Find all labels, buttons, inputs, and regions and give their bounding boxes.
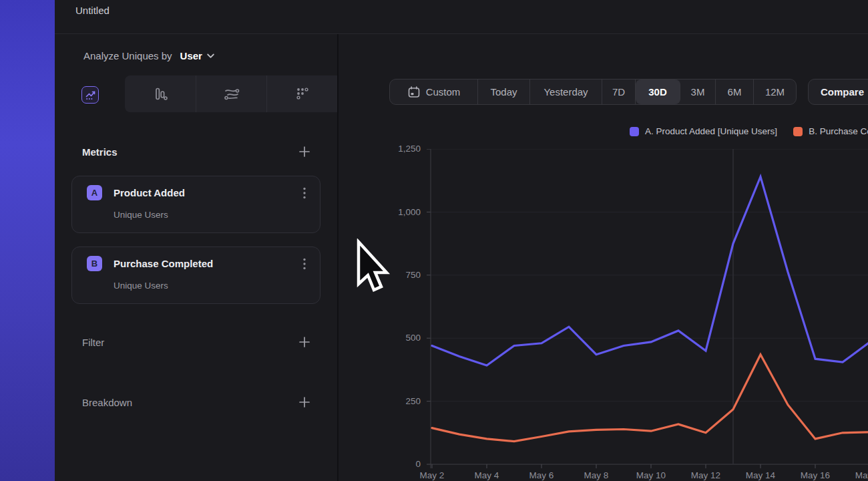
report-title[interactable]: Untitled: [75, 5, 110, 16]
range-today[interactable]: Today: [478, 79, 530, 104]
plus-icon: [298, 336, 310, 348]
tab-line-insights-selected[interactable]: [81, 86, 99, 104]
legend-swatch-orange: [793, 127, 803, 136]
add-breakdown-button[interactable]: [298, 395, 311, 409]
range-12m[interactable]: 12M: [754, 79, 796, 104]
x-tick-label: May 12: [678, 470, 733, 480]
flows-icon: [223, 87, 240, 102]
chevron-down-icon: [207, 53, 214, 59]
y-tick-label: 500: [366, 333, 421, 343]
panel-divider: [337, 34, 339, 481]
x-tick-label: May 18: [843, 470, 868, 480]
metrics-title: Metrics: [82, 146, 118, 158]
plus-icon: [298, 146, 310, 158]
bar-chart-icon: [152, 86, 168, 102]
kebab-icon: [303, 187, 306, 199]
range-30d[interactable]: 30D: [636, 79, 680, 104]
x-tick-label: May 8: [569, 470, 624, 480]
y-tick-label: 0: [366, 459, 421, 469]
range-3m[interactable]: 3M: [680, 79, 716, 104]
range-6m[interactable]: 6M: [716, 79, 754, 104]
analyze-uniques-row[interactable]: Analyze Uniques by User: [83, 50, 214, 61]
range-7d[interactable]: 7D: [602, 79, 636, 104]
metric-badge-a: A: [87, 185, 102, 200]
metric-menu-button[interactable]: [298, 257, 310, 271]
compare-button[interactable]: Compare: [808, 79, 868, 105]
x-tick-label: May 4: [459, 470, 514, 480]
metric-name[interactable]: Purchase Completed: [114, 258, 298, 269]
metrics-header: Metrics: [82, 145, 311, 158]
filter-section: Filter: [82, 335, 311, 349]
tab-retention[interactable]: [267, 75, 338, 112]
metric-card-a[interactable]: A Product Added Unique Users: [71, 176, 320, 233]
range-custom[interactable]: Custom: [390, 79, 478, 104]
legend-item-a[interactable]: A. Product Added [Unique Users]: [630, 126, 777, 136]
top-bar: Untitled: [55, 0, 868, 34]
chart-legend: A. Product Added [Unique Users] B. Purch…: [630, 126, 868, 136]
metric-measurement[interactable]: Unique Users: [114, 281, 168, 291]
background-gradient: [0, 0, 55, 481]
breakdown-title: Breakdown: [82, 397, 132, 408]
legend-swatch-purple: [630, 127, 639, 136]
legend-item-b[interactable]: B. Purchase Completed [Unique Users]: [793, 126, 868, 136]
date-range-picker: Custom Today Yesterday 7D 30D 3M 6M 12M: [389, 79, 797, 105]
metric-measurement[interactable]: Unique Users: [114, 210, 168, 220]
filter-title: Filter: [82, 337, 104, 348]
chart-canvas[interactable]: [425, 149, 868, 471]
tab-flows[interactable]: [196, 75, 268, 112]
x-tick-label: May 16: [788, 470, 843, 480]
y-tick-label: 250: [366, 396, 421, 406]
retention-icon: [294, 86, 310, 102]
metric-badge-b: B: [87, 256, 102, 271]
x-tick-label: May 2: [405, 470, 459, 480]
calendar-icon: [407, 86, 421, 99]
app-window: Untitled Analyze Uniques by User: [0, 0, 868, 481]
query-sidebar: Analyze Uniques by User: [55, 34, 338, 481]
kebab-icon: [303, 258, 306, 270]
x-tick-label: May 6: [514, 470, 569, 480]
range-yesterday[interactable]: Yesterday: [530, 79, 602, 104]
line-chart-icon: [85, 90, 96, 101]
breakdown-section: Breakdown: [82, 395, 311, 409]
add-metric-button[interactable]: [298, 145, 311, 158]
analyze-value[interactable]: User: [180, 50, 202, 61]
analyze-label: Analyze Uniques by: [83, 50, 172, 61]
tab-bar-chart[interactable]: [125, 75, 196, 112]
y-tick-label: 1,250: [366, 144, 421, 154]
add-filter-button[interactable]: [298, 335, 311, 349]
metric-name[interactable]: Product Added: [114, 187, 298, 198]
x-tick-label: May 14: [733, 470, 788, 480]
x-tick-label: May 10: [624, 470, 678, 480]
chart-type-tabs: [125, 75, 338, 112]
metric-menu-button[interactable]: [298, 186, 310, 200]
cursor-pointer: [355, 238, 391, 300]
metric-card-b[interactable]: B Purchase Completed Unique Users: [71, 247, 320, 304]
plus-icon: [298, 396, 310, 408]
y-tick-label: 1,000: [366, 207, 421, 217]
